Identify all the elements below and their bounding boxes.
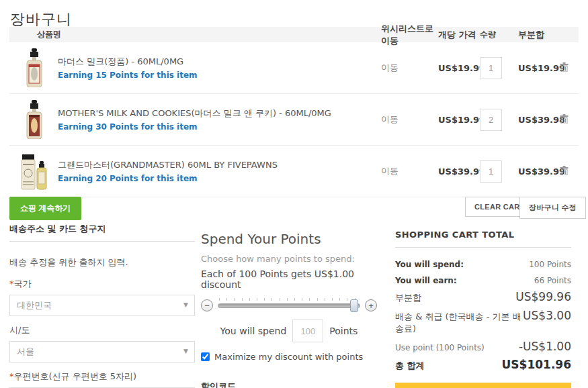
spend-suffix-text: Points xyxy=(329,326,358,336)
total-row-subtotal: 부분합 US$99.96 xyxy=(395,290,571,304)
earning-points-text: Earning 20 Points for this item xyxy=(58,174,278,183)
unit-price: US$19.99 xyxy=(438,115,485,125)
total-row-will-earn: You will earn: 66 Points xyxy=(395,276,571,285)
slider-track[interactable] xyxy=(218,303,360,308)
unit-price: US$39.99 xyxy=(438,166,485,177)
total-row-shipping: 배송 & 취급 (한국배송 - 기본 배송료) US$3.00 xyxy=(395,309,571,335)
slider-ticks xyxy=(219,298,359,301)
product-image xyxy=(20,48,48,87)
country-label: *국가 xyxy=(9,278,195,290)
coupon-section: 할인코드 쿠폰이 있으시면 입력하시기 바랍니다. xyxy=(201,381,377,388)
cart-row: 마더스 밀크(정품) - 60ML/0MG Earning 15 Points … xyxy=(9,42,579,94)
remove-item-button[interactable] xyxy=(560,114,569,124)
slider-thumb[interactable] xyxy=(350,299,358,312)
maximize-discount-option[interactable]: Maximize my discount with points xyxy=(201,352,377,362)
total-row-grand-total: 총 합계 US$101.96 xyxy=(395,358,571,372)
points-amount-input[interactable] xyxy=(292,320,323,342)
cart-table: 상품명 위시리스트로 이동 개당 가격 수량 부분합 마더스 밀크(정품) - xyxy=(9,27,579,197)
trash-icon xyxy=(560,166,569,175)
cart-row: MOTHER'S MILK AND COOKIES(마더스 밀크 앤 쿠키) -… xyxy=(9,94,579,146)
quantity-input[interactable] xyxy=(480,57,502,79)
points-slider-row: − + xyxy=(201,298,377,313)
continue-shopping-button[interactable]: 쇼핑 계속하기 xyxy=(9,197,81,220)
cart-total-title: SHOPPING CART TOTAL xyxy=(395,230,571,248)
maximize-discount-label: Maximize my discount with points xyxy=(214,352,363,362)
shipping-estimate-section: 배송주소 및 카드 청구지 배송 추정을 위한 출하지 입력. *국가 대한민국… xyxy=(9,223,195,388)
row-subtotal: US$19.99 xyxy=(518,63,565,73)
chevron-down-icon: ▼ xyxy=(183,348,188,354)
shipping-section-title: 배송주소 및 카드 청구지 xyxy=(9,223,195,242)
remove-item-button[interactable] xyxy=(560,62,569,72)
points-rate-text: Each of 100 Points gets US$1.00 discount xyxy=(201,269,377,290)
header-qty: 수량 xyxy=(480,29,518,40)
region-selected-value: 서울 xyxy=(17,346,34,358)
cart-total-section: SHOPPING CART TOTAL You will spend: 100 … xyxy=(395,230,571,388)
product-name-link[interactable]: 그랜드마스터(GRANDMASTER) 60ML BY FIVEPAWNS xyxy=(58,159,278,171)
checkout-button[interactable]: 결제하기 xyxy=(395,383,571,388)
spend-points-section: Spend Your Points Choose how many points… xyxy=(201,231,377,388)
product-name-link[interactable]: 마더스 밀크(정품) - 60ML/0MG xyxy=(58,56,198,68)
cart-row: 그랜드마스터(GRANDMASTER) 60ML BY FIVEPAWNS Ea… xyxy=(9,146,579,197)
header-wishlist: 위시리스트로 이동 xyxy=(381,23,438,47)
total-row-use-point: Use point (100 Points) -US$1.00 xyxy=(395,340,571,353)
country-selected-value: 대한민국 xyxy=(17,299,52,311)
region-select[interactable]: 서울 ▼ xyxy=(9,341,195,362)
header-subtotal: 부분합 xyxy=(518,29,560,41)
total-row-will-spend: You will spend: 100 Points xyxy=(395,260,571,269)
slider-increase-button[interactable]: + xyxy=(365,299,377,311)
product-image xyxy=(20,100,48,139)
unit-price: US$19.99 xyxy=(438,63,485,73)
points-choose-text: Choose how many points to spend: xyxy=(201,254,377,264)
chevron-down-icon: ▼ xyxy=(183,301,188,308)
earning-points-text: Earning 30 Points for this item xyxy=(58,122,331,132)
region-label: 시/도 xyxy=(9,324,195,336)
maximize-discount-checkbox[interactable] xyxy=(201,352,210,361)
move-to-wishlist-link[interactable]: 이동 xyxy=(381,114,398,124)
spend-prefix-text: You will spend xyxy=(220,326,287,336)
product-image xyxy=(20,152,48,191)
row-subtotal: US$39.98 xyxy=(518,115,565,125)
row-subtotal: US$39.99 xyxy=(518,166,565,177)
slider-decrease-button[interactable]: − xyxy=(201,299,213,311)
move-to-wishlist-link[interactable]: 이동 xyxy=(381,166,398,176)
earning-points-text: Earning 15 Points for this item xyxy=(58,70,198,80)
spend-points-title: Spend Your Points xyxy=(201,231,377,247)
product-name-link[interactable]: MOTHER'S MILK AND COOKIES(마더스 밀크 앤 쿠키) -… xyxy=(58,107,331,119)
shipping-instruction: 배송 추정을 위한 출하지 입력. xyxy=(9,256,195,269)
header-product: 상품명 xyxy=(9,29,381,40)
trash-icon xyxy=(560,114,569,124)
trash-icon xyxy=(560,62,569,72)
country-select[interactable]: 대한민국 ▼ xyxy=(9,295,195,316)
quantity-input[interactable] xyxy=(480,109,502,131)
header-unit-price: 개당 가격 xyxy=(438,29,480,41)
coupon-title: 할인코드 xyxy=(201,381,377,388)
update-cart-button[interactable]: 장바구니 수정 xyxy=(519,197,586,219)
remove-item-button[interactable] xyxy=(560,166,569,175)
points-spend-line: You will spend Points xyxy=(201,320,377,342)
cart-table-header: 상품명 위시리스트로 이동 개당 가격 수량 부분합 xyxy=(9,27,579,42)
points-slider[interactable] xyxy=(218,298,360,313)
move-to-wishlist-link[interactable]: 이동 xyxy=(381,62,398,72)
postcode-label: *우편번호(신규 우편번호 5자리) xyxy=(9,371,195,383)
quantity-input[interactable] xyxy=(480,160,502,183)
